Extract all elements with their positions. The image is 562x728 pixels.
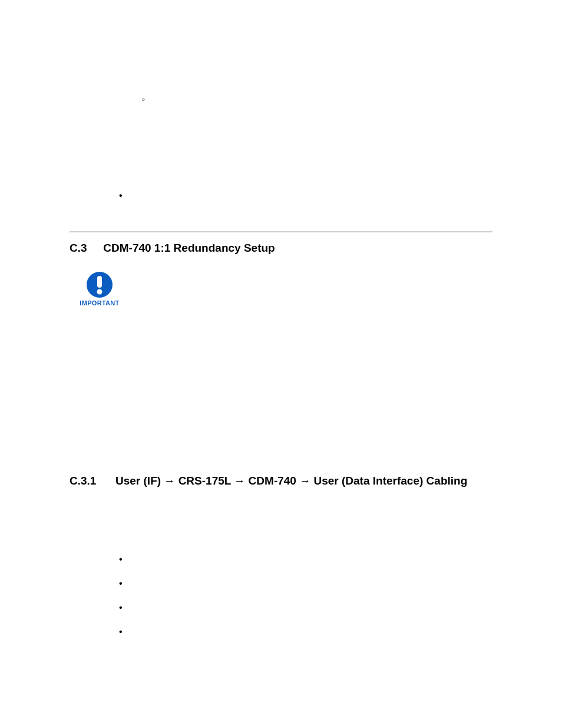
important-callout: IMPORTANT See the following sections for…: [77, 271, 492, 378]
important-item-text: Chapter 4. MODEM AND SWITCH REDUNDANCY C…: [152, 289, 428, 302]
cable-list: • Two (2X) control cables for the CRS-17…: [119, 554, 492, 651]
bullet-icon: •: [119, 578, 141, 591]
page-header-2: Appendix C MN/CRS170A.IOM: [70, 57, 492, 66]
subsection-number: C.3.1: [70, 475, 115, 487]
circle-bullet-icon: ○: [141, 94, 147, 105]
page-footer: C–3: [0, 667, 562, 683]
subsection-title-part: User (IF): [115, 475, 164, 487]
page-header: CRS-170A L-Band 1:1 Redundancy Switch Re…: [70, 47, 492, 56]
important-item-text: Chapter 5. CABLES AND CONNECTIONS (for t…: [152, 310, 492, 336]
subsection-heading: C.3.1User (IF) → CRS-175L → CDM-740 → Us…: [70, 475, 492, 487]
cable-list-item: • Four (4X) IF cables for the CRS-170A ↔…: [119, 578, 492, 591]
bullet-icon: •: [119, 190, 125, 201]
nested-sub-bullet: ○ When redundancy is set to Enabled, the…: [141, 94, 492, 131]
important-text-block: See the following sections for detailed …: [137, 271, 492, 378]
main-bullet-text: Modem HTTP (Web Server) Interface – See …: [127, 190, 481, 215]
important-label: IMPORTANT: [77, 299, 123, 307]
cable-intro-paragraph: Figure C-1 shows the cabling requirement…: [70, 502, 492, 539]
cable-list-item: • Two (2X) data cables for the Modems ↔ …: [119, 627, 492, 651]
section-heading: C.3 CDM-740 1:1 Redundancy Setup: [70, 242, 492, 255]
nested-sub-text: When redundancy is set to Enabled, the f…: [149, 94, 479, 131]
section-divider: [70, 232, 492, 232]
important-item: • Chapter 4. MODEM AND SWITCH REDUNDANCY…: [137, 289, 492, 302]
important-icon: IMPORTANT: [77, 271, 123, 307]
page-number: C–3: [70, 674, 492, 683]
main-bullet: • Modem HTTP (Web Server) Interface – Se…: [119, 190, 492, 215]
important-item-text: Chapter 6. MODEM AND SWITCH DATA CONNECT…: [152, 344, 492, 370]
arrow-icon: →: [164, 475, 175, 487]
arrow-icon: →: [299, 475, 310, 487]
header-left-1: CRS-170A L-Band 1:1 Redundancy Switch: [70, 47, 215, 56]
cable-item-text: Two (2X) control cables for the CRS-170A…: [141, 554, 429, 566]
bullet-icon: •: [119, 554, 141, 566]
footer-divider: [70, 667, 492, 668]
important-item: • Chapter 5. CABLES AND CONNECTIONS (for…: [137, 310, 492, 336]
bullet-icon: •: [119, 627, 134, 651]
svg-rect-1: [97, 276, 102, 288]
header-right-2: MN/CRS170A.IOM: [428, 57, 492, 66]
header-right-1: Revision 14: [452, 47, 492, 56]
svg-point-2: [97, 289, 103, 295]
bullet-icon: •: [137, 289, 152, 302]
section-number: C.3: [70, 242, 100, 255]
subsection-title-part: User (Data Interface) Cabling: [310, 475, 467, 487]
cable-item-text: Two (2X) IF cables for the User ↔ CRS-17…: [141, 602, 430, 615]
subsection-title-part: CDM-740: [245, 475, 299, 487]
bullet-icon: •: [119, 602, 141, 615]
section-title: CDM-740 1:1 Redundancy Setup: [103, 242, 275, 254]
cable-item-text: Two (2X) data cables for the Modems ↔ Us…: [134, 627, 492, 651]
cable-list-item: • Two (2X) IF cables for the User ↔ CRS-…: [119, 602, 492, 615]
cable-item-text: Four (4X) IF cables for the CRS-170A ↔ M…: [141, 578, 447, 591]
subsection-title-part: CRS-175L: [175, 475, 234, 487]
header-left-2: Appendix C: [70, 57, 109, 66]
bullet-icon: •: [137, 344, 152, 370]
important-item: • Chapter 6. MODEM AND SWITCH DATA CONNE…: [137, 344, 492, 370]
arrow-icon: →: [234, 475, 245, 487]
bullet-icon: •: [137, 310, 152, 336]
transition-paragraph: Once the CRS-170A Redundant Modems are i…: [70, 407, 492, 444]
cable-list-item: • Two (2X) control cables for the CRS-17…: [119, 554, 492, 566]
important-list: • Chapter 4. MODEM AND SWITCH REDUNDANCY…: [137, 289, 492, 370]
important-lead: See the following sections for detailed …: [137, 272, 492, 285]
